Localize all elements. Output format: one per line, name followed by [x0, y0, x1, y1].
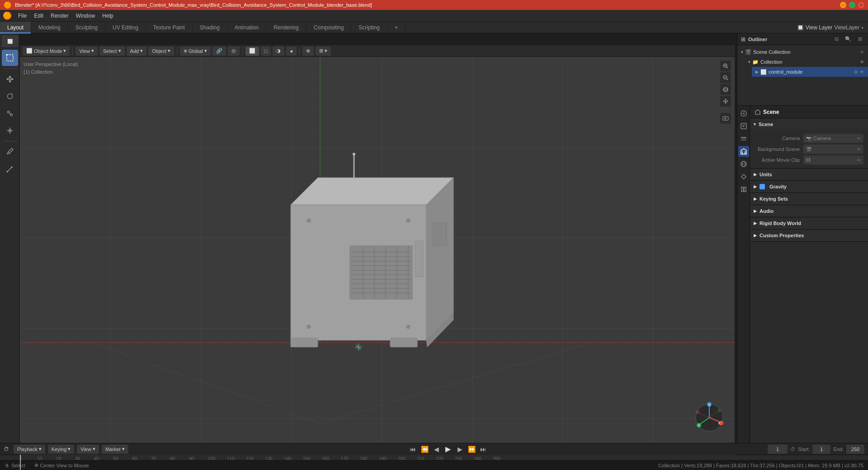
shading-solid[interactable]: ⬜: [245, 47, 259, 56]
props-tab-modifier[interactable]: [738, 184, 749, 195]
movie-clip-browse[interactable]: ✏: [857, 158, 861, 163]
play-btn[interactable]: ▶: [443, 444, 453, 454]
shading-wireframe[interactable]: □: [261, 47, 271, 56]
cm-eye-icon[interactable]: 👁: [860, 70, 864, 75]
menu-help[interactable]: Help: [99, 12, 117, 20]
outliner-control-module[interactable]: ▶ ⬜ control_module ⚙ 👁: [752, 67, 868, 77]
maximize-button[interactable]: □: [849, 2, 855, 8]
snap-toggle[interactable]: 🔗: [212, 47, 226, 56]
collection-eye[interactable]: 👁: [860, 60, 864, 65]
movie-clip-value[interactable]: 🎞 ✏: [803, 155, 863, 164]
timeline-playback-menu[interactable]: Playback ▾: [14, 445, 45, 454]
view-layer-area: 🔲 View Layer ViewLayer ▾: [793, 22, 868, 33]
tab-modeling[interactable]: Modeling: [31, 22, 68, 33]
controls-divider-4: [299, 47, 300, 55]
blender-logo: 🟠: [4, 1, 11, 9]
start-frame-input[interactable]: 1: [812, 445, 830, 454]
menu-edit[interactable]: Edit: [30, 12, 47, 20]
tool-move[interactable]: [2, 71, 18, 87]
props-tab-world[interactable]: [738, 159, 749, 169]
tab-uv-editing[interactable]: UV Editing: [105, 22, 146, 33]
zoom-in-icon[interactable]: [720, 61, 731, 71]
props-tab-scene[interactable]: [738, 146, 749, 157]
props-tab-object[interactable]: [738, 171, 749, 182]
outliner-search[interactable]: 🔍: [844, 35, 853, 44]
props-tab-render[interactable]: [738, 108, 749, 119]
current-frame-input[interactable]: 1: [768, 445, 788, 454]
tab-add[interactable]: +: [387, 22, 406, 33]
orbit-icon[interactable]: [720, 84, 731, 95]
section-audio-header[interactable]: ▶ Audio: [750, 205, 868, 217]
prev-frame-btn[interactable]: ◀: [431, 444, 441, 454]
outliner-filter[interactable]: ⊟: [832, 35, 841, 44]
next-keyframe-btn[interactable]: ⏩: [467, 444, 476, 454]
outliner-scene-collection[interactable]: ▾ 🎬 Scene Collection 👁: [737, 47, 868, 57]
tab-shading[interactable]: Shading: [193, 22, 227, 33]
view-layer-icon: 🔲: [797, 24, 804, 31]
object-mode-dropdown[interactable]: ⬜ Object Mode ▾: [23, 47, 70, 56]
viewport-add-menu[interactable]: Add ▾: [127, 47, 147, 56]
pan-icon[interactable]: [720, 96, 731, 107]
tab-compositing[interactable]: Compositing: [307, 22, 352, 33]
proportional-edit[interactable]: ◎: [228, 47, 240, 56]
tab-rendering[interactable]: Rendering: [266, 22, 306, 33]
jump-to-start-btn[interactable]: ⏮: [408, 444, 418, 454]
gravity-checkbox[interactable]: [760, 184, 765, 189]
zoom-out-icon[interactable]: [720, 72, 731, 83]
minimize-button[interactable]: ─: [840, 2, 846, 8]
view-layer-dropdown[interactable]: ▾: [861, 25, 863, 30]
menu-render[interactable]: Render: [47, 12, 72, 20]
props-tab-view-layer[interactable]: [738, 133, 749, 144]
jump-to-end-btn[interactable]: ⏭: [478, 444, 488, 454]
gizmo-toggle[interactable]: ⊕: [302, 47, 314, 56]
transform-orientation[interactable]: ⊕ Global ▾: [180, 47, 211, 56]
section-custom-props-header[interactable]: ▶ Custom Properties: [750, 230, 868, 241]
timeline-marker-menu[interactable]: Marker ▾: [102, 445, 128, 454]
overlay-toggle[interactable]: ⊞ ▾: [316, 47, 331, 56]
tool-transform[interactable]: [2, 122, 18, 139]
tab-texture-paint[interactable]: Texture Paint: [146, 22, 193, 33]
menu-file[interactable]: File: [14, 12, 30, 20]
camera-browse[interactable]: ✏: [857, 136, 861, 141]
section-rigid-body-header[interactable]: ▶ Rigid Body World: [750, 217, 868, 229]
tool-scale[interactable]: [2, 105, 18, 122]
bg-scene-value[interactable]: 🎬 ✏: [803, 145, 863, 154]
shading-material[interactable]: ◑: [273, 47, 284, 56]
mode-selector[interactable]: ⬜: [2, 35, 18, 47]
section-scene-header[interactable]: ▾ Scene: [750, 118, 868, 130]
orientation-gizmo[interactable]: X Y Z: [693, 401, 726, 434]
tool-measure[interactable]: [2, 161, 18, 177]
timeline-view-menu[interactable]: View ▾: [77, 445, 99, 454]
camera-value[interactable]: 📷 Camera ✏: [803, 134, 863, 143]
section-units-header[interactable]: ▶ Units: [750, 169, 868, 180]
outliner-expand[interactable]: ⊞: [855, 35, 864, 44]
tab-sculpting[interactable]: Sculpting: [68, 22, 105, 33]
section-gravity-label: Gravity: [769, 184, 787, 189]
viewport-view-menu[interactable]: View ▾: [75, 47, 98, 56]
tool-select-box[interactable]: [2, 50, 18, 66]
tool-rotate[interactable]: [2, 88, 18, 104]
next-frame-btn[interactable]: ▶: [455, 444, 465, 454]
prop-movie-clip-row: Active Movie Clip 🎞 ✏: [755, 155, 863, 165]
menu-window[interactable]: Window: [72, 12, 99, 20]
shading-rendered[interactable]: ●: [286, 47, 297, 56]
tab-layout[interactable]: Layout: [0, 22, 31, 33]
tab-scripting[interactable]: Scripting: [351, 22, 387, 33]
timeline-keying-menu[interactable]: Keying ▾: [48, 445, 75, 454]
viewport-object-menu[interactable]: Object ▾: [148, 47, 174, 56]
prev-keyframe-btn[interactable]: ⏪: [420, 444, 429, 454]
end-frame-input[interactable]: 250: [846, 445, 864, 454]
tab-animation[interactable]: Animation: [227, 22, 266, 33]
tool-annotate[interactable]: [2, 144, 18, 160]
outliner-eye-icon[interactable]: 👁: [860, 50, 864, 55]
close-button[interactable]: ✕: [858, 2, 864, 8]
bg-scene-browse[interactable]: ✏: [857, 147, 861, 152]
cm-props-icon[interactable]: ⚙: [854, 70, 858, 75]
scene-viewport[interactable]: User Perspective (Local) (1) Collection: [20, 57, 735, 443]
camera-view-icon[interactable]: [720, 113, 731, 124]
viewport-select-menu[interactable]: Select ▾: [99, 47, 125, 56]
outliner-collection[interactable]: ▾ 📁 Collection 👁: [745, 57, 868, 67]
section-keying-sets-header[interactable]: ▶ Keying Sets: [750, 193, 868, 205]
props-tab-output[interactable]: [738, 121, 749, 132]
section-gravity-header[interactable]: ▶ Gravity: [750, 181, 868, 193]
